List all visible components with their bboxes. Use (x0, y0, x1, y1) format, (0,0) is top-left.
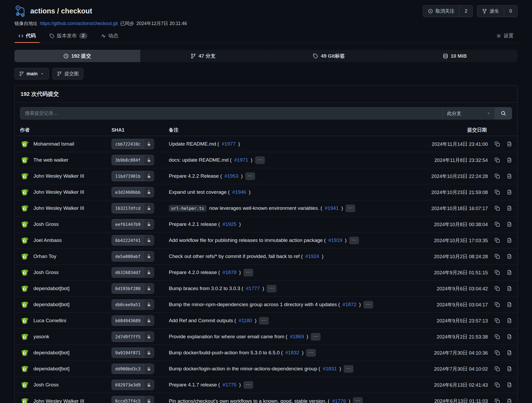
pr-link[interactable]: #1775 (222, 382, 236, 388)
commit-sha-button[interactable]: b684943689 (112, 315, 154, 326)
pr-link[interactable]: #1872 (343, 302, 357, 307)
copy-sha-button[interactable] (495, 190, 500, 195)
pr-link[interactable]: #1878 (222, 270, 236, 275)
pr-link[interactable]: #1977 (222, 141, 236, 147)
commit-sha-button[interactable]: dd960bd3c3 (112, 364, 154, 374)
copy-sha-button[interactable] (495, 382, 500, 387)
commit-sha-button[interactable]: 11bd71901b (112, 171, 154, 181)
commit-sha-button[interactable]: 3b9b8c884f (112, 155, 154, 165)
commit-sha-button[interactable]: eef61447b9 (112, 219, 154, 230)
commit-sha-button[interactable]: 163217dfcd (112, 203, 154, 213)
browse-source-button[interactable] (507, 399, 512, 403)
tab-releases[interactable]: 版本发布 2 (45, 32, 91, 43)
copy-sha-button[interactable] (495, 286, 500, 291)
commit-search-input[interactable] (20, 107, 443, 119)
branch-scope-select[interactable]: 此分支 (443, 107, 495, 119)
browse-source-button[interactable] (507, 238, 512, 243)
pr-link[interactable]: #1953 (225, 173, 239, 179)
expand-message-button[interactable]: ··· (349, 237, 359, 244)
browse-source-button[interactable] (507, 141, 512, 147)
mirror-url-link[interactable]: https://github.com/actions/checkout.git (40, 21, 118, 26)
tab-activity[interactable]: 动态 (97, 32, 122, 43)
commit-graph-button[interactable]: 提交图 (52, 68, 83, 79)
copy-sha-button[interactable] (495, 270, 500, 275)
browse-source-button[interactable] (507, 318, 512, 323)
pr-link[interactable]: #1925 (222, 221, 236, 227)
commit-sha-button[interactable]: 6ccd57f4c5 (112, 396, 154, 403)
commit-sha-button[interactable]: e3d2460bbb (112, 187, 154, 197)
copy-sha-button[interactable] (495, 222, 500, 227)
expand-message-button[interactable]: ··· (346, 205, 355, 212)
commit-sha-button[interactable]: 9a9194f871 (112, 347, 154, 358)
commit-sha-button[interactable]: de5a000abf (112, 251, 154, 262)
browse-source-button[interactable] (507, 254, 512, 259)
expand-message-button[interactable]: ··· (259, 317, 269, 325)
copy-sha-button[interactable] (495, 302, 500, 307)
tab-code[interactable]: 代码 (14, 32, 40, 43)
stats-commits[interactable]: 192 提交 (14, 50, 140, 62)
browse-source-button[interactable] (507, 206, 512, 211)
unwatch-button[interactable]: 取消关注 (423, 6, 459, 17)
pr-link[interactable]: #1831 (323, 366, 337, 372)
browse-source-button[interactable] (507, 157, 512, 163)
pr-link[interactable]: #1777 (246, 286, 260, 291)
expand-message-button[interactable]: ··· (255, 156, 265, 164)
watchers-count-button[interactable]: 2 (459, 6, 473, 17)
expand-message-button[interactable]: ··· (245, 172, 255, 180)
commit-sha-button[interactable]: d632683dd7 (112, 267, 154, 278)
expand-message-button[interactable]: ··· (244, 381, 253, 389)
copy-sha-button[interactable] (495, 334, 500, 339)
copy-sha-button[interactable] (495, 206, 500, 211)
pr-link[interactable]: #1180 (239, 318, 252, 324)
browse-source-button[interactable] (507, 173, 512, 179)
commit-sha-button[interactable]: 2d7d9f7ff5 (112, 331, 154, 342)
expand-message-button[interactable]: ··· (306, 349, 316, 357)
expand-message-button[interactable]: ··· (363, 301, 373, 309)
copy-sha-button[interactable] (495, 318, 500, 323)
browse-source-button[interactable] (507, 302, 512, 307)
browse-source-button[interactable] (507, 190, 512, 195)
browse-source-button[interactable] (507, 270, 512, 275)
copy-sha-button[interactable] (495, 366, 500, 371)
browse-source-button[interactable] (507, 350, 512, 355)
pr-link[interactable]: #1919 (328, 237, 342, 243)
commit-sha-button[interactable]: 6d193bf280 (112, 283, 154, 294)
expand-message-button[interactable]: ··· (311, 333, 321, 341)
file-code-icon (507, 222, 512, 227)
copy-sha-button[interactable] (495, 157, 500, 163)
pr-link[interactable]: #1941 (325, 205, 339, 211)
stats-branches[interactable]: 47 分支 (140, 50, 266, 62)
browse-source-button[interactable] (507, 286, 512, 291)
expand-message-button[interactable]: ··· (344, 365, 353, 373)
commit-sha-button[interactable]: cbb722410c (112, 139, 154, 149)
copy-sha-button[interactable] (495, 238, 500, 243)
tab-settings[interactable]: 设置 (492, 32, 518, 43)
copy-sha-button[interactable] (495, 399, 500, 403)
branch-selector[interactable]: main (14, 68, 49, 79)
expand-message-button[interactable]: ··· (267, 285, 276, 292)
expand-message-button[interactable]: ··· (353, 397, 363, 403)
pr-link[interactable]: #1869 (290, 334, 304, 340)
stats-size[interactable]: 10 MiB (392, 50, 518, 62)
browse-source-button[interactable] (507, 366, 512, 371)
copy-sha-button[interactable] (495, 173, 500, 179)
pr-link[interactable]: #1971 (234, 157, 248, 163)
browse-source-button[interactable] (507, 222, 512, 227)
browse-source-button[interactable] (507, 382, 512, 387)
browse-source-button[interactable] (507, 334, 512, 339)
pr-link[interactable]: #1776 (332, 398, 346, 403)
copy-sha-button[interactable] (495, 254, 500, 259)
commit-sha-button[interactable]: 6b42224f41 (112, 235, 154, 246)
pr-link[interactable]: #1924 (305, 253, 319, 259)
pr-link[interactable]: #1946 (232, 189, 246, 195)
stats-tags[interactable]: 49 Git标签 (266, 50, 392, 62)
copy-sha-button[interactable] (495, 350, 500, 355)
forks-count-button[interactable]: 0 (504, 6, 517, 17)
fork-button[interactable]: 派生 (477, 6, 504, 17)
commit-sha-button[interactable]: db0cee9a51 (112, 299, 154, 310)
search-button[interactable] (495, 107, 512, 119)
commit-sha-button[interactable]: 692973e3d9 (112, 380, 154, 390)
pr-link[interactable]: #1832 (285, 350, 299, 356)
copy-sha-button[interactable] (495, 141, 500, 147)
expand-message-button[interactable]: ··· (244, 269, 253, 276)
